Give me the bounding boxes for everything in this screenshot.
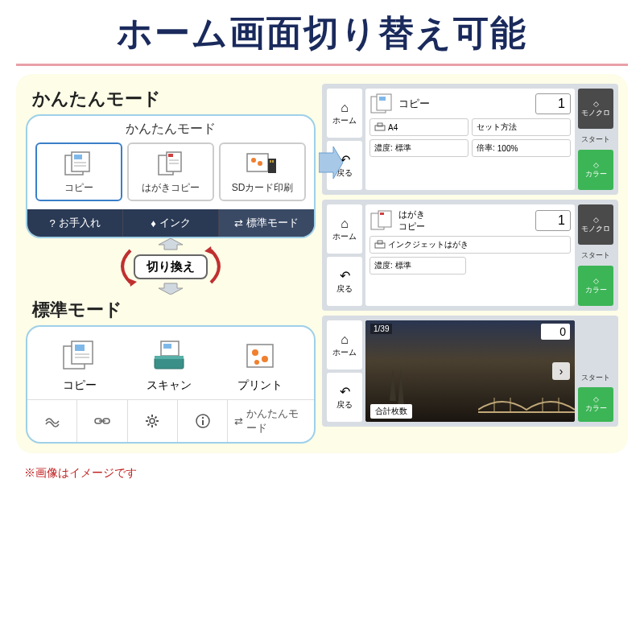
- svg-rect-2: [74, 155, 82, 159]
- mono-button[interactable]: ◇モノクロ: [578, 204, 613, 245]
- easy-item-label: コピー: [64, 181, 93, 195]
- easy-mode-label: かんたんモード: [26, 84, 316, 114]
- back-label: 戻る: [336, 283, 353, 295]
- svg-rect-17: [75, 345, 85, 351]
- hagaki-screen: ⌂ ホーム ↶ 戻る はがき コピー 1 インクジェットはがき: [322, 200, 618, 311]
- svg-point-11: [251, 158, 256, 163]
- svg-rect-21: [163, 344, 171, 349]
- back-button[interactable]: ↶ 戻る: [327, 373, 362, 422]
- svg-point-27: [254, 360, 259, 365]
- printer-icon: [374, 122, 386, 132]
- paper-size[interactable]: A4: [369, 118, 469, 136]
- home-button[interactable]: ⌂ ホーム: [327, 320, 362, 369]
- easy-mode-btn-label: かんたんモード: [246, 407, 308, 436]
- home-button[interactable]: ⌂ ホーム: [327, 89, 362, 138]
- svg-point-12: [258, 161, 262, 166]
- svg-rect-23: [155, 356, 184, 359]
- hagaki-density[interactable]: 濃度: 標準: [369, 257, 466, 275]
- color-label: カラー: [585, 285, 607, 295]
- svg-point-26: [262, 356, 268, 362]
- copy-count[interactable]: 1: [535, 93, 571, 114]
- easy-item-sdcard[interactable]: SDカード印刷: [219, 142, 306, 201]
- color-button[interactable]: ◇カラー: [578, 387, 613, 422]
- switch-button[interactable]: 切り換え: [134, 254, 208, 279]
- hdensity-lbl: 濃度:: [374, 260, 393, 271]
- copy-docs-icon: [59, 338, 101, 374]
- scale-val: 100%: [497, 144, 518, 153]
- svg-rect-13: [270, 160, 271, 163]
- footnote: ※画像はイメージです: [0, 461, 644, 485]
- svg-rect-14: [272, 160, 274, 163]
- ink-label: インク: [159, 216, 191, 230]
- wireless-button[interactable]: [27, 400, 77, 442]
- diamond-icon: ◇: [593, 395, 599, 403]
- photo-screen: ⌂ ホーム ↶ 戻る 1/39 0 › 合計枚数 ス: [322, 316, 618, 427]
- svg-rect-24: [247, 345, 273, 367]
- info-button[interactable]: [178, 400, 228, 442]
- hdensity-val: 標準: [395, 260, 411, 271]
- color-button[interactable]: ◇カラー: [578, 266, 613, 306]
- svg-point-31: [150, 419, 155, 423]
- copy-screen: ⌂ ホーム ↶ 戻る コピー 1 A4: [322, 84, 618, 195]
- start-label: スタート: [578, 131, 613, 147]
- home-button[interactable]: ⌂ ホーム: [327, 204, 362, 254]
- svg-rect-10: [247, 154, 268, 171]
- std-mode-label: 標準モード: [246, 216, 299, 230]
- swap-icon: ⇄: [234, 415, 243, 427]
- svg-rect-37: [379, 97, 386, 101]
- std-item-scan[interactable]: スキャン: [147, 338, 192, 393]
- hagaki-paper-label: インクジェットはがき: [388, 239, 469, 250]
- gear-icon: [145, 414, 159, 428]
- std-item-label: プリント: [237, 378, 283, 393]
- home-label: ホーム: [332, 231, 357, 242]
- std-item-copy[interactable]: コピー: [59, 338, 101, 393]
- svg-rect-42: [380, 213, 384, 215]
- copy-doc-icon: [369, 93, 395, 115]
- easy-item-hagaki[interactable]: はがきコピー: [127, 142, 214, 201]
- maintenance-button[interactable]: ? お手入れ: [27, 209, 123, 237]
- ink-button[interactable]: ♦ インク: [123, 209, 219, 237]
- photo-preview[interactable]: 1/39 0 › 合計枚数: [365, 320, 575, 422]
- scale-lbl: 倍率:: [477, 142, 495, 154]
- set-method[interactable]: セット方法: [472, 118, 571, 136]
- home-icon: ⌂: [341, 217, 349, 231]
- std-item-print[interactable]: プリント: [237, 338, 283, 393]
- back-icon: ↶: [340, 384, 350, 399]
- home-icon: ⌂: [341, 101, 349, 115]
- diamond-icon: ◇: [593, 216, 599, 224]
- copy-title: コピー: [398, 97, 532, 111]
- back-icon: ↶: [340, 268, 350, 283]
- page-title: ホーム画面切り替え可能: [0, 0, 644, 64]
- copy-docs-icon: [62, 149, 96, 178]
- main-container: かんたんモード かんたんモード コピー はがきコピー: [16, 74, 628, 453]
- hagaki-count[interactable]: 1: [535, 210, 571, 231]
- density-cell[interactable]: 濃度: 標準: [369, 139, 469, 157]
- mono-button[interactable]: ◇モノクロ: [578, 89, 613, 129]
- start-label: スタート: [578, 247, 613, 263]
- scale-cell[interactable]: 倍率: 100%: [472, 139, 571, 157]
- easy-item-copy[interactable]: コピー: [35, 142, 122, 201]
- link-button[interactable]: [77, 400, 127, 442]
- scanner-icon: [148, 338, 190, 374]
- back-label: 戻る: [336, 399, 353, 411]
- photo-count[interactable]: 0: [541, 324, 570, 340]
- postcard-icon: [369, 209, 395, 232]
- easy-mode-button[interactable]: ⇄ かんたんモード: [228, 400, 314, 442]
- mono-label: モノクロ: [581, 224, 610, 234]
- home-label: ホーム: [332, 347, 357, 358]
- next-photo-button[interactable]: ›: [552, 362, 570, 380]
- easy-item-label: はがきコピー: [142, 181, 200, 195]
- droplet-icon: ♦: [151, 217, 156, 229]
- std-mode-label: 標準モード: [26, 295, 316, 325]
- color-label: カラー: [585, 403, 607, 414]
- easy-mode-header: かんたんモード: [27, 116, 314, 142]
- back-button[interactable]: ↶ 戻る: [327, 257, 362, 306]
- density-val: 標準: [395, 142, 411, 154]
- hagaki-paper[interactable]: インクジェットはがき: [369, 236, 571, 254]
- settings-button[interactable]: [128, 400, 178, 442]
- total-count-label[interactable]: 合計枚数: [370, 404, 412, 419]
- color-button[interactable]: ◇カラー: [578, 150, 613, 190]
- std-mode-button[interactable]: ⇄ 標準モード: [219, 209, 314, 237]
- sdcard-print-icon: [246, 149, 279, 178]
- diamond-icon: ◇: [593, 277, 599, 285]
